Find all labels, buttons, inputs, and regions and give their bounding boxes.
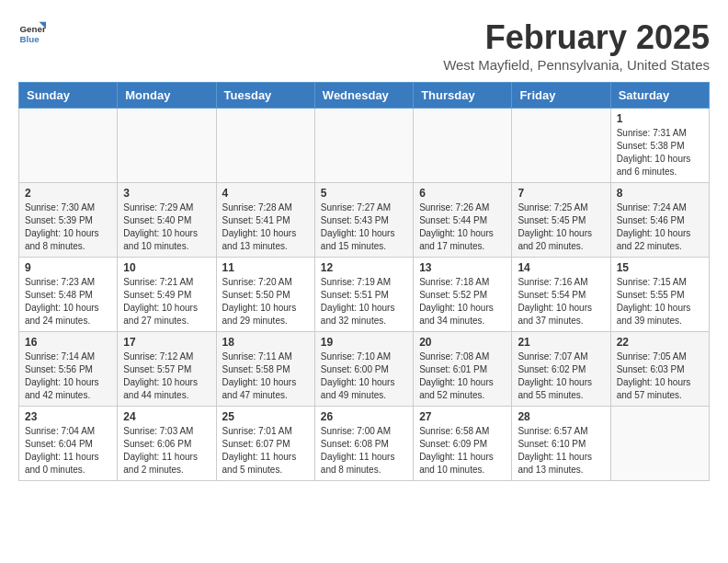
day-number: 14: [518, 261, 604, 274]
day-number: 3: [123, 187, 210, 200]
calendar-cell: 8Sunrise: 7:24 AM Sunset: 5:46 PM Daylig…: [610, 183, 709, 258]
day-info: Sunrise: 7:07 AM Sunset: 6:02 PM Dayligh…: [518, 350, 604, 402]
day-number: 28: [518, 410, 604, 423]
svg-text:General: General: [20, 24, 47, 34]
calendar-cell: [216, 109, 314, 183]
day-info: Sunrise: 7:19 AM Sunset: 5:51 PM Dayligh…: [321, 276, 407, 327]
day-info: Sunrise: 7:27 AM Sunset: 5:43 PM Dayligh…: [321, 201, 407, 253]
calendar-cell: 4Sunrise: 7:28 AM Sunset: 5:41 PM Daylig…: [216, 183, 314, 258]
day-number: 11: [222, 261, 309, 274]
calendar-cell: [610, 407, 709, 481]
day-info: Sunrise: 7:14 AM Sunset: 5:56 PM Dayligh…: [25, 350, 111, 402]
calendar-title: February 2025: [443, 18, 710, 57]
calendar-cell: 18Sunrise: 7:11 AM Sunset: 5:58 PM Dayli…: [216, 332, 314, 407]
day-info: Sunrise: 7:15 AM Sunset: 5:55 PM Dayligh…: [617, 276, 703, 327]
day-number: 10: [123, 261, 210, 274]
day-info: Sunrise: 7:29 AM Sunset: 5:40 PM Dayligh…: [123, 201, 210, 253]
day-number: 8: [617, 187, 703, 200]
day-info: Sunrise: 7:28 AM Sunset: 5:41 PM Dayligh…: [222, 201, 309, 253]
calendar-cell: 24Sunrise: 7:03 AM Sunset: 6:06 PM Dayli…: [118, 407, 216, 481]
day-info: Sunrise: 7:03 AM Sunset: 6:06 PM Dayligh…: [123, 425, 210, 477]
calendar-cell: 17Sunrise: 7:12 AM Sunset: 5:57 PM Dayli…: [118, 332, 216, 407]
day-number: 26: [321, 410, 407, 423]
day-number: 24: [123, 410, 210, 423]
day-number: 7: [518, 187, 604, 200]
day-info: Sunrise: 7:20 AM Sunset: 5:50 PM Dayligh…: [222, 276, 309, 327]
calendar-week-row: 16Sunrise: 7:14 AM Sunset: 5:56 PM Dayli…: [19, 332, 710, 407]
calendar-cell: 14Sunrise: 7:16 AM Sunset: 5:54 PM Dayli…: [512, 258, 610, 332]
calendar-cell: 19Sunrise: 7:10 AM Sunset: 6:00 PM Dayli…: [314, 332, 413, 407]
calendar-cell: 10Sunrise: 7:21 AM Sunset: 5:49 PM Dayli…: [118, 258, 216, 332]
day-info: Sunrise: 7:24 AM Sunset: 5:46 PM Dayligh…: [617, 201, 703, 253]
day-info: Sunrise: 7:31 AM Sunset: 5:38 PM Dayligh…: [617, 127, 703, 178]
day-info: Sunrise: 7:11 AM Sunset: 5:58 PM Dayligh…: [222, 350, 309, 402]
day-info: Sunrise: 7:18 AM Sunset: 5:52 PM Dayligh…: [419, 276, 506, 327]
day-info: Sunrise: 7:04 AM Sunset: 6:04 PM Dayligh…: [25, 425, 111, 477]
day-info: Sunrise: 6:58 AM Sunset: 6:09 PM Dayligh…: [419, 425, 506, 477]
day-info: Sunrise: 7:00 AM Sunset: 6:08 PM Dayligh…: [321, 425, 407, 477]
calendar-table: SundayMondayTuesdayWednesdayThursdayFrid…: [18, 82, 710, 481]
day-info: Sunrise: 7:21 AM Sunset: 5:49 PM Dayligh…: [123, 276, 210, 327]
day-info: Sunrise: 7:10 AM Sunset: 6:00 PM Dayligh…: [321, 350, 407, 402]
day-number: 23: [25, 410, 111, 423]
day-number: 15: [617, 261, 703, 274]
logo: General Blue: [18, 18, 46, 46]
day-number: 13: [419, 261, 506, 274]
weekday-header-saturday: Saturday: [610, 83, 709, 109]
calendar-cell: 22Sunrise: 7:05 AM Sunset: 6:03 PM Dayli…: [610, 332, 709, 407]
day-number: 1: [617, 112, 703, 125]
day-number: 18: [222, 336, 309, 349]
day-info: Sunrise: 7:01 AM Sunset: 6:07 PM Dayligh…: [222, 425, 309, 477]
day-info: Sunrise: 6:57 AM Sunset: 6:10 PM Dayligh…: [518, 425, 604, 477]
day-info: Sunrise: 7:25 AM Sunset: 5:45 PM Dayligh…: [518, 201, 604, 253]
weekday-header-thursday: Thursday: [414, 83, 512, 109]
day-number: 22: [617, 336, 703, 349]
day-info: Sunrise: 7:05 AM Sunset: 6:03 PM Dayligh…: [617, 350, 703, 402]
calendar-cell: 11Sunrise: 7:20 AM Sunset: 5:50 PM Dayli…: [216, 258, 314, 332]
calendar-cell: 6Sunrise: 7:26 AM Sunset: 5:44 PM Daylig…: [414, 183, 512, 258]
calendar-cell: 27Sunrise: 6:58 AM Sunset: 6:09 PM Dayli…: [414, 407, 512, 481]
day-number: 16: [25, 336, 111, 349]
day-number: 17: [123, 336, 210, 349]
day-number: 19: [321, 336, 407, 349]
calendar-week-row: 23Sunrise: 7:04 AM Sunset: 6:04 PM Dayli…: [19, 407, 710, 481]
day-number: 9: [25, 261, 111, 274]
weekday-header-monday: Monday: [118, 83, 216, 109]
calendar-cell: 12Sunrise: 7:19 AM Sunset: 5:51 PM Dayli…: [314, 258, 413, 332]
calendar-cell: [414, 109, 512, 183]
calendar-cell: [512, 109, 610, 183]
calendar-cell: [118, 109, 216, 183]
weekday-header-sunday: Sunday: [19, 83, 118, 109]
day-info: Sunrise: 7:23 AM Sunset: 5:48 PM Dayligh…: [25, 276, 111, 327]
day-number: 20: [419, 336, 506, 349]
calendar-week-row: 1Sunrise: 7:31 AM Sunset: 5:38 PM Daylig…: [19, 109, 710, 183]
calendar-cell: 9Sunrise: 7:23 AM Sunset: 5:48 PM Daylig…: [19, 258, 118, 332]
day-number: 5: [321, 187, 407, 200]
weekday-header-wednesday: Wednesday: [314, 83, 413, 109]
calendar-cell: 25Sunrise: 7:01 AM Sunset: 6:07 PM Dayli…: [216, 407, 314, 481]
day-info: Sunrise: 7:08 AM Sunset: 6:01 PM Dayligh…: [419, 350, 506, 402]
day-number: 12: [321, 261, 407, 274]
calendar-cell: 1Sunrise: 7:31 AM Sunset: 5:38 PM Daylig…: [610, 109, 709, 183]
day-number: 27: [419, 410, 506, 423]
calendar-cell: [314, 109, 413, 183]
day-info: Sunrise: 7:30 AM Sunset: 5:39 PM Dayligh…: [25, 201, 111, 253]
calendar-cell: 26Sunrise: 7:00 AM Sunset: 6:08 PM Dayli…: [314, 407, 413, 481]
calendar-cell: 21Sunrise: 7:07 AM Sunset: 6:02 PM Dayli…: [512, 332, 610, 407]
logo-icon: General Blue: [18, 18, 46, 46]
calendar-cell: 28Sunrise: 6:57 AM Sunset: 6:10 PM Dayli…: [512, 407, 610, 481]
title-area: February 2025 West Mayfield, Pennsylvani…: [443, 18, 710, 73]
calendar-cell: 20Sunrise: 7:08 AM Sunset: 6:01 PM Dayli…: [414, 332, 512, 407]
calendar-cell: 5Sunrise: 7:27 AM Sunset: 5:43 PM Daylig…: [314, 183, 413, 258]
calendar-cell: 16Sunrise: 7:14 AM Sunset: 5:56 PM Dayli…: [19, 332, 118, 407]
header: General Blue February 2025 West Mayfield…: [18, 18, 710, 73]
day-number: 6: [419, 187, 506, 200]
svg-text:Blue: Blue: [20, 34, 40, 44]
calendar-cell: [19, 109, 118, 183]
day-info: Sunrise: 7:12 AM Sunset: 5:57 PM Dayligh…: [123, 350, 210, 402]
weekday-header-tuesday: Tuesday: [216, 83, 314, 109]
weekday-header-friday: Friday: [512, 83, 610, 109]
day-info: Sunrise: 7:16 AM Sunset: 5:54 PM Dayligh…: [518, 276, 604, 327]
calendar-cell: 13Sunrise: 7:18 AM Sunset: 5:52 PM Dayli…: [414, 258, 512, 332]
day-info: Sunrise: 7:26 AM Sunset: 5:44 PM Dayligh…: [419, 201, 506, 253]
